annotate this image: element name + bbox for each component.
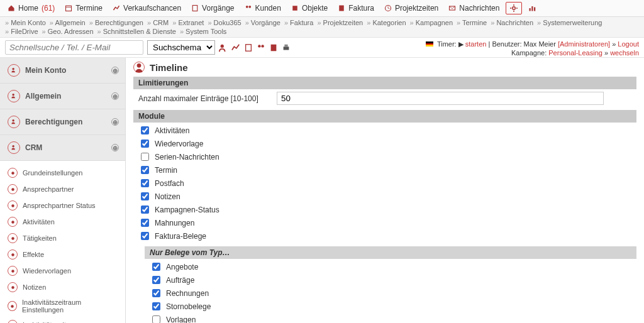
sidebar-item-tätigkeiten[interactable]: Tätigkeiten bbox=[0, 230, 125, 246]
sidebar-item-inaktivitätszeitraum-einstellungen[interactable]: Inaktivitätszeitraum Einstellungen bbox=[0, 295, 125, 317]
module-checkbox[interactable] bbox=[141, 192, 149, 200]
chart-icon[interactable] bbox=[231, 43, 240, 52]
module-label: Kampagnen-Status bbox=[155, 205, 219, 214]
breadcrumb-item[interactable]: Kategorien bbox=[367, 19, 406, 26]
nav-settings-button[interactable] bbox=[506, 2, 522, 14]
svg-point-36 bbox=[11, 305, 14, 308]
section-module: Module bbox=[133, 110, 636, 123]
people-icon[interactable] bbox=[257, 43, 265, 52]
sidebar-item-ansprechpartner-status[interactable]: Ansprechpartner Status bbox=[0, 197, 125, 214]
nav-nachrichten[interactable]: Nachrichten bbox=[445, 2, 503, 14]
module-row: Faktura-Belege bbox=[138, 229, 631, 243]
timer-label: Timer: bbox=[437, 40, 457, 48]
module-checkbox[interactable] bbox=[141, 219, 149, 227]
breadcrumb-item[interactable]: Nachrichten bbox=[491, 19, 533, 26]
breadcrumb-item[interactable]: Extranet bbox=[172, 19, 204, 26]
breadcrumb-item[interactable]: Faktura bbox=[284, 19, 313, 26]
flag-de-icon bbox=[426, 41, 433, 47]
breadcrumb-item[interactable]: Systemerweiterung bbox=[537, 19, 602, 26]
sidebar-item-label: Ansprechpartner bbox=[23, 185, 74, 193]
print-icon[interactable] bbox=[282, 43, 291, 52]
svg-point-27 bbox=[12, 145, 14, 147]
sidebar-group-mein-konto[interactable]: Mein Konto⊕ bbox=[0, 58, 125, 84]
module-checkbox[interactable] bbox=[141, 232, 149, 240]
nav-verkaufschancen[interactable]: Verkaufschancen bbox=[109, 2, 185, 14]
sidebar-item-effekte[interactable]: Effekte bbox=[0, 246, 125, 263]
expand-icon: ⊕ bbox=[111, 118, 119, 126]
beleg-label: Angebote bbox=[166, 263, 198, 271]
breadcrumb-item[interactable]: Kampagnen bbox=[410, 19, 453, 26]
invoice-icon bbox=[338, 4, 345, 12]
svg-point-29 bbox=[11, 188, 14, 191]
nav-termine[interactable]: Termine bbox=[61, 2, 106, 14]
svg-point-3 bbox=[245, 6, 248, 8]
sidebar-item-wiedervorlagen[interactable]: Wiedervorlagen bbox=[0, 263, 125, 279]
person-icon bbox=[11, 145, 18, 151]
sidebar-item-inaktivitätszeitraum[interactable]: Inaktivitätszeitraum bbox=[0, 317, 125, 323]
kampagne-link[interactable]: Personal-Leasing bbox=[548, 49, 602, 57]
nav-faktura[interactable]: Faktura bbox=[334, 2, 378, 14]
beleg-checkbox[interactable] bbox=[152, 289, 160, 297]
wechseln-link[interactable]: wechseln bbox=[610, 49, 639, 57]
svg-point-17 bbox=[221, 44, 224, 47]
quicksearch-input[interactable] bbox=[5, 40, 143, 55]
doc-icon[interactable] bbox=[269, 43, 278, 52]
timer-start-link[interactable]: starten bbox=[465, 40, 487, 48]
beleg-checkbox[interactable] bbox=[152, 276, 160, 284]
breadcrumb-item[interactable]: Termine bbox=[457, 19, 487, 26]
svg-rect-14 bbox=[530, 8, 531, 11]
svg-point-20 bbox=[261, 45, 264, 47]
nav-objekte[interactable]: Objekte bbox=[287, 2, 331, 14]
module-checkbox[interactable] bbox=[141, 153, 149, 161]
breadcrumb-item[interactable]: Mein Konto bbox=[5, 19, 46, 26]
nav-projektzeiten[interactable]: Projektzeiten bbox=[380, 2, 442, 14]
nav-home[interactable]: Home (61) bbox=[4, 2, 58, 14]
breadcrumb-item[interactable]: Berechtigungen bbox=[89, 19, 143, 26]
clock-icon bbox=[384, 4, 392, 12]
module-checkbox[interactable] bbox=[141, 166, 149, 174]
module-checkbox[interactable] bbox=[141, 205, 149, 214]
breadcrumb-item[interactable]: Vorgänge bbox=[245, 19, 280, 26]
breadcrumb-item[interactable]: Doku365 bbox=[208, 19, 241, 26]
module-checkbox[interactable] bbox=[141, 126, 149, 134]
sidebar-group-crm[interactable]: CRM⊕ bbox=[0, 135, 125, 161]
module-checkbox[interactable] bbox=[141, 140, 149, 148]
sidebar-item-grundeinstellungen[interactable]: Grundeinstellungen bbox=[0, 165, 125, 181]
breadcrumb-item[interactable]: Schnittstellen & Dienste bbox=[97, 28, 176, 35]
module-checkbox[interactable] bbox=[141, 179, 149, 187]
breadcrumb-item[interactable]: FileDrive bbox=[5, 28, 38, 35]
beleg-checkbox[interactable] bbox=[152, 302, 160, 310]
sidebar-item-label: Wiedervorlagen bbox=[23, 267, 71, 275]
nav-kunden[interactable]: Kunden bbox=[241, 2, 285, 14]
nav-vorgänge[interactable]: Vorgänge bbox=[187, 2, 238, 14]
breadcrumb-item[interactable]: System Tools bbox=[180, 28, 226, 35]
suchschema-select[interactable]: Suchschema bbox=[147, 40, 215, 55]
logout-link[interactable]: Logout bbox=[618, 40, 639, 48]
beleg-checkbox[interactable] bbox=[152, 315, 160, 323]
breadcrumb-item[interactable]: Geo. Adressen bbox=[42, 28, 94, 35]
module-label: Wiedervorlage bbox=[155, 140, 203, 148]
module-row: Postfach bbox=[138, 177, 631, 190]
nav-stats-button[interactable] bbox=[525, 3, 540, 14]
clipboard-icon[interactable] bbox=[244, 43, 253, 52]
sidebar-item-aktivitäten[interactable]: Aktivitäten bbox=[0, 214, 125, 230]
limit-input[interactable] bbox=[277, 92, 604, 105]
module-row: Kampagnen-Status bbox=[138, 203, 631, 216]
nav-label: Verkaufschancen bbox=[123, 4, 181, 13]
role-link[interactable]: [Administratoren] bbox=[558, 40, 610, 48]
sidebar-item-notizen[interactable]: Notizen bbox=[0, 279, 125, 295]
breadcrumb-item[interactable]: Projektzeiten bbox=[317, 19, 363, 26]
main-content: Timeline Limitierungen Anzahl maximaler … bbox=[126, 58, 644, 323]
sidebar-item-label: Ansprechpartner Status bbox=[23, 202, 96, 209]
user-add-icon[interactable] bbox=[219, 43, 228, 52]
beleg-checkbox[interactable] bbox=[152, 263, 160, 271]
sidebar-group-label: Mein Konto bbox=[25, 66, 66, 75]
sidebar-group-berechtigungen[interactable]: Berechtigungen⊕ bbox=[0, 109, 125, 135]
breadcrumb-item[interactable]: CRM bbox=[147, 19, 169, 26]
svg-rect-22 bbox=[284, 47, 289, 50]
breadcrumb-item[interactable]: Allgemein bbox=[50, 19, 86, 26]
sidebar-item-ansprechpartner[interactable]: Ansprechpartner bbox=[0, 181, 125, 197]
svg-point-4 bbox=[248, 6, 251, 8]
module-label: Mahnungen bbox=[155, 219, 194, 227]
sidebar-group-allgemein[interactable]: Allgemein⊕ bbox=[0, 84, 125, 109]
